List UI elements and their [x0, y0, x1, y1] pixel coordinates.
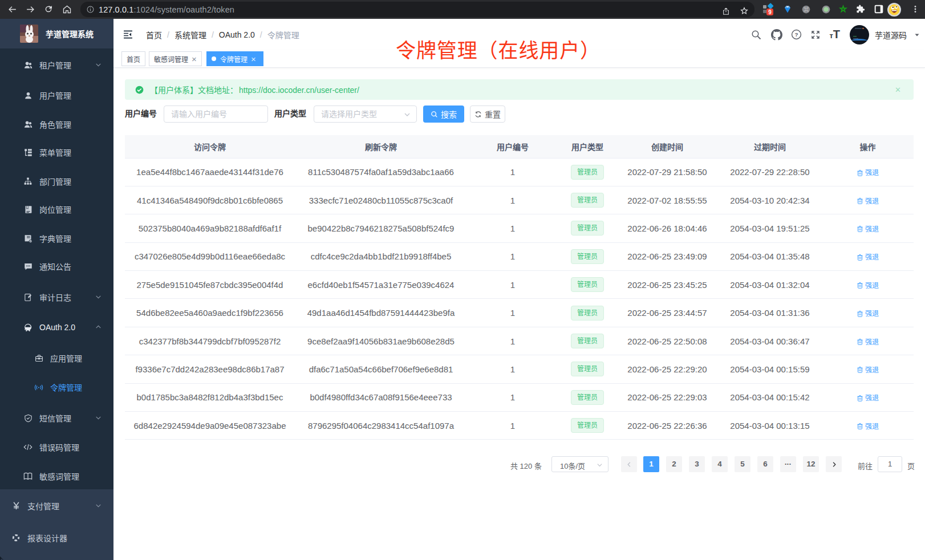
- svg-text:9: 9: [768, 9, 772, 15]
- svg-text:⌘: ⌘: [804, 6, 809, 12]
- svg-text:?: ?: [795, 31, 798, 38]
